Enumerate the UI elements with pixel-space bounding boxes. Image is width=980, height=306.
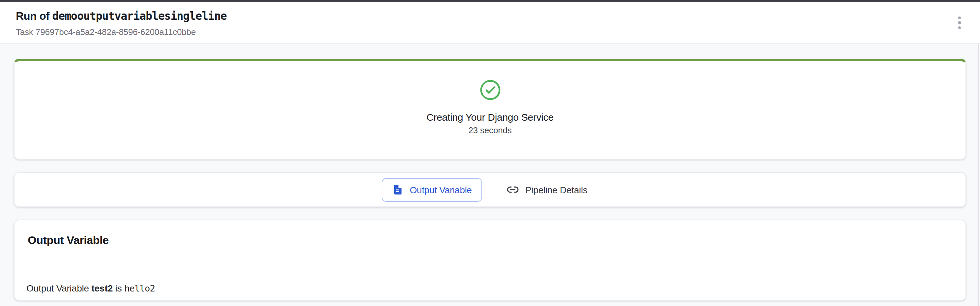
page-title-prefix: Run of	[16, 10, 52, 21]
page-title: Run of demooutputvariablesingleline	[16, 8, 226, 24]
output-variable-value: hello2	[124, 283, 155, 293]
main-content: Creating Your Django Service 23 seconds …	[0, 44, 980, 301]
status-step-title: Creating Your Django Service	[426, 110, 554, 124]
output-line-connector: is	[113, 283, 124, 293]
tab-output-variable[interactable]: Output Variable	[382, 178, 482, 201]
scrollbar-gutter[interactable]	[978, 2, 980, 306]
page: Run of demooutputvariablesingleline Task…	[0, 0, 980, 306]
page-header: Run of demooutputvariablesingleline Task…	[0, 2, 980, 44]
file-text-icon	[393, 184, 404, 195]
tab-label: Pipeline Details	[525, 184, 587, 195]
pipeline-name: demooutputvariablesingleline	[52, 10, 226, 22]
header-text: Run of demooutputvariablesingleline Task…	[16, 8, 226, 38]
output-variable-name: test2	[91, 283, 113, 293]
tabs-card: Output Variable Pipeline Details	[14, 172, 966, 207]
link-icon	[507, 183, 519, 196]
status-duration: 23 seconds	[469, 125, 512, 136]
output-section-heading: Output Variable	[28, 233, 952, 249]
kebab-menu-icon	[958, 16, 961, 19]
kebab-menu-button[interactable]	[951, 13, 968, 33]
status-card: Creating Your Django Service 23 seconds	[14, 59, 966, 160]
output-variable-card: Output Variable Output Variable test2 is…	[14, 220, 966, 301]
tab-label: Output Variable	[410, 184, 472, 195]
tab-pipeline-details[interactable]: Pipeline Details	[496, 178, 598, 201]
output-variable-line: Output Variable test2 is hello2	[26, 282, 952, 295]
task-id: Task 79697bc4-a5a2-482a-8596-6200a11c0bb…	[16, 26, 226, 38]
check-circle-icon	[479, 79, 501, 101]
output-line-prefix: Output Variable	[26, 283, 91, 293]
